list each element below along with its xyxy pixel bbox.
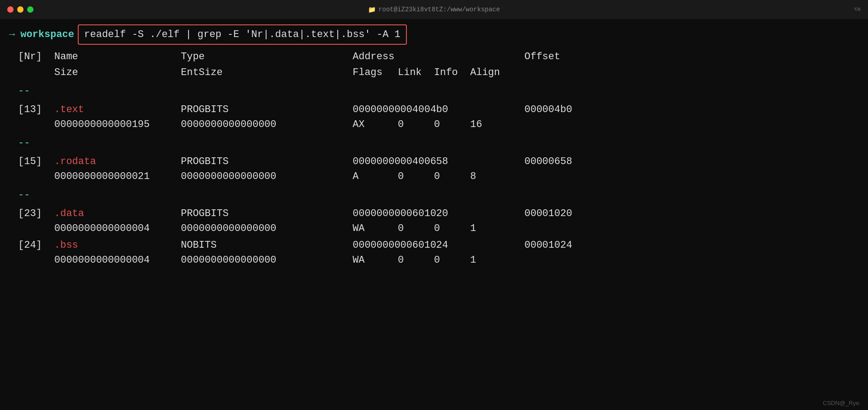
prompt-cwd: workspace bbox=[20, 27, 74, 42]
section-data-row2: 0000000000000004 0000000000000000 WA 0 0… bbox=[18, 221, 859, 236]
section-data-align: 1 bbox=[470, 221, 476, 236]
section-rodata-address: 0000000000400658 bbox=[353, 154, 524, 169]
section-bss-align: 1 bbox=[470, 253, 476, 268]
section-text-address: 00000000004004b0 bbox=[353, 102, 524, 117]
section-bss-info: 0 bbox=[434, 253, 470, 268]
table-header-row2: Size EntSize Flags Link Info Align bbox=[18, 65, 859, 80]
section-data-entsize: 0000000000000000 bbox=[181, 221, 353, 236]
section-text: [13] .text PROGBITS 00000000004004b0 000… bbox=[9, 102, 859, 132]
section-bss: [24] .bss NOBITS 0000000000601024 000010… bbox=[9, 238, 859, 268]
section-data-flags: WA bbox=[353, 221, 398, 236]
terminal-window: 📁 root@iZ23ki8vt8tZ:/www/workspace ⌥⌘ → … bbox=[0, 0, 868, 410]
section-bss-address: 0000000000601024 bbox=[353, 238, 524, 253]
section-bss-type: NOBITS bbox=[181, 238, 353, 253]
col-header-offset: Offset bbox=[524, 49, 560, 64]
command-input[interactable]: readelf -S ./elf | grep -E 'Nr|.data|.te… bbox=[78, 24, 407, 45]
section-data-row1: [23] .data PROGBITS 0000000000601020 000… bbox=[18, 206, 859, 221]
col-header-nr: [Nr] bbox=[18, 49, 54, 64]
arrow-icon: → bbox=[9, 27, 15, 42]
keyboard-shortcut: ⌥⌘ bbox=[854, 6, 861, 13]
col-header-entsize: EntSize bbox=[181, 65, 353, 80]
col-header-size: Size bbox=[54, 65, 181, 80]
table-header-row1: [Nr] Name Type Address Offset bbox=[18, 49, 859, 64]
section-rodata-row1: [15] .rodata PROGBITS 0000000000400658 0… bbox=[18, 154, 859, 169]
section-rodata: [15] .rodata PROGBITS 0000000000400658 0… bbox=[9, 154, 859, 184]
section-text-row2: 0000000000000195 0000000000000000 AX 0 0… bbox=[18, 117, 859, 132]
col-header-type: Type bbox=[181, 49, 353, 64]
prompt-line: → workspace readelf -S ./elf | grep -E '… bbox=[9, 24, 859, 45]
window-title: root@iZ23ki8vt8tZ:/www/workspace bbox=[378, 6, 500, 13]
minimize-button[interactable] bbox=[17, 6, 24, 13]
separator-3: -- bbox=[18, 188, 859, 203]
title-bar-text: 📁 root@iZ23ki8vt8tZ:/www/workspace bbox=[368, 6, 500, 14]
section-bss-entsize: 0000000000000000 bbox=[181, 253, 353, 268]
section-bss-row1: [24] .bss NOBITS 0000000000601024 000010… bbox=[18, 238, 859, 253]
section-rodata-size: 0000000000000021 bbox=[54, 169, 181, 184]
section-text-type: PROGBITS bbox=[181, 102, 353, 117]
section-text-entsize: 0000000000000000 bbox=[181, 117, 353, 132]
section-text-size: 0000000000000195 bbox=[54, 117, 181, 132]
indent-spacer bbox=[18, 65, 54, 80]
section-rodata-align: 8 bbox=[470, 169, 476, 184]
section-data-address: 0000000000601020 bbox=[353, 206, 524, 221]
section-rodata-entsize: 0000000000000000 bbox=[181, 169, 353, 184]
section-data-name: .data bbox=[54, 206, 181, 221]
section-text-info: 0 bbox=[434, 117, 470, 132]
section-rodata-row2: 0000000000000021 0000000000000000 A 0 0 … bbox=[18, 169, 859, 184]
title-bar: 📁 root@iZ23ki8vt8tZ:/www/workspace ⌥⌘ bbox=[0, 0, 868, 19]
terminal-content: → workspace readelf -S ./elf | grep -E '… bbox=[0, 19, 868, 275]
col-header-info: Info bbox=[434, 65, 470, 80]
section-bss-row2: 0000000000000004 0000000000000000 WA 0 0… bbox=[18, 253, 859, 268]
section-bss-offset: 00001024 bbox=[524, 238, 572, 253]
section-text-num: [13] bbox=[18, 102, 54, 117]
section-data-size: 0000000000000004 bbox=[54, 221, 181, 236]
section-data-info: 0 bbox=[434, 221, 470, 236]
section-rodata-flags: A bbox=[353, 169, 398, 184]
section-rodata-name: .rodata bbox=[54, 154, 181, 169]
separator-1: -- bbox=[18, 84, 859, 99]
col-header-address: Address bbox=[353, 49, 524, 64]
traffic-lights bbox=[7, 6, 33, 13]
section-data-offset: 00001020 bbox=[524, 206, 572, 221]
maximize-button[interactable] bbox=[27, 6, 33, 13]
section-rodata-type: PROGBITS bbox=[181, 154, 353, 169]
section-rodata-info: 0 bbox=[434, 169, 470, 184]
section-data-type: PROGBITS bbox=[181, 206, 353, 221]
section-text-name: .text bbox=[54, 102, 181, 117]
section-data-num: [23] bbox=[18, 206, 54, 221]
section-text-flags: AX bbox=[353, 117, 398, 132]
col-header-flags: Flags bbox=[353, 65, 398, 80]
section-rodata-offset: 00000658 bbox=[524, 154, 572, 169]
col-header-align: Align bbox=[470, 65, 500, 80]
section-text-link: 0 bbox=[398, 117, 434, 132]
section-rodata-num: [15] bbox=[18, 154, 54, 169]
section-bss-link: 0 bbox=[398, 253, 434, 268]
section-text-row1: [13] .text PROGBITS 00000000004004b0 000… bbox=[18, 102, 859, 117]
watermark: CSDN@_Rye. bbox=[823, 400, 861, 406]
section-data-link: 0 bbox=[398, 221, 434, 236]
separator-2: -- bbox=[18, 136, 859, 151]
section-bss-name: .bss bbox=[54, 238, 181, 253]
col-header-link: Link bbox=[398, 65, 434, 80]
folder-icon: 📁 bbox=[368, 6, 376, 14]
section-data: [23] .data PROGBITS 0000000000601020 000… bbox=[9, 206, 859, 236]
section-bss-flags: WA bbox=[353, 253, 398, 268]
section-text-offset: 000004b0 bbox=[524, 102, 572, 117]
section-rodata-link: 0 bbox=[398, 169, 434, 184]
close-button[interactable] bbox=[7, 6, 14, 13]
section-bss-size: 0000000000000004 bbox=[54, 253, 181, 268]
col-header-name: Name bbox=[54, 49, 181, 64]
section-text-align: 16 bbox=[470, 117, 482, 132]
section-bss-num: [24] bbox=[18, 238, 54, 253]
